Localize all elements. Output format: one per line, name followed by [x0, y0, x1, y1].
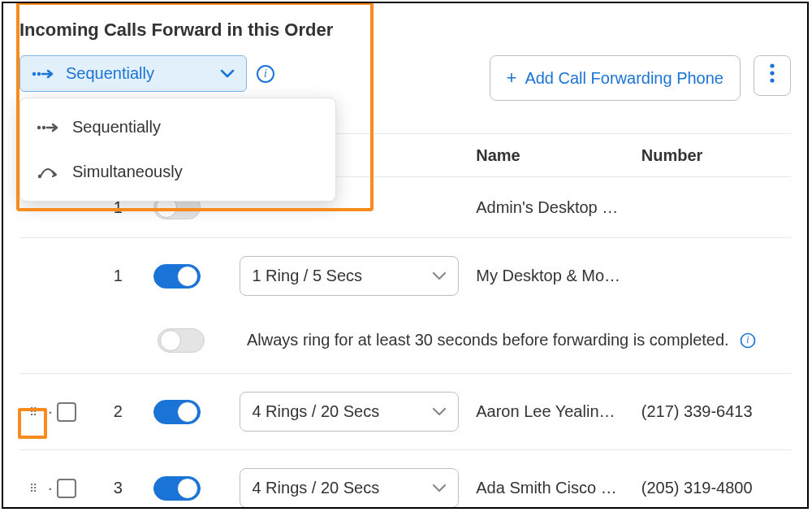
- info-icon[interactable]: i: [740, 332, 755, 348]
- order-cell: 3: [83, 479, 153, 497]
- col-header-name: Name: [476, 146, 641, 165]
- menu-item-label: Simultaneously: [72, 163, 183, 181]
- number-cell: (217) 339-6413: [641, 402, 791, 421]
- chevron-down-icon: [432, 267, 447, 285]
- forward-mode-label: Sequentially: [66, 64, 209, 83]
- row-checkbox[interactable]: [57, 479, 76, 498]
- forward-mode-option-sequentially[interactable]: Sequentially: [20, 105, 335, 150]
- forward-mode-option-simultaneously[interactable]: Simultaneously: [20, 150, 335, 194]
- add-call-forwarding-button[interactable]: + Add Call Forwarding Phone: [490, 55, 741, 101]
- active-toggle[interactable]: [153, 400, 201, 424]
- svg-point-0: [32, 72, 36, 75]
- svg-point-3: [42, 125, 45, 128]
- svg-point-2: [37, 125, 41, 128]
- col-header-number: Number: [641, 146, 791, 165]
- always-ring-toggle[interactable]: [158, 328, 205, 353]
- number-cell: (205) 319-4800: [641, 479, 791, 497]
- ring-duration-value: 4 Rings / 20 Secs: [252, 402, 379, 421]
- name-cell: Aaron Lee Yealin…: [476, 402, 641, 421]
- sequential-icon: [37, 121, 59, 134]
- order-cell: 1: [83, 267, 153, 285]
- active-toggle[interactable]: [153, 264, 201, 289]
- ring-duration-select[interactable]: 1 Ring / 5 Secs: [240, 256, 459, 296]
- name-cell: Ada Smith Cisco …: [476, 479, 641, 497]
- chevron-down-icon: [432, 402, 447, 421]
- row-checkbox[interactable]: [57, 402, 76, 422]
- more-actions-button[interactable]: [754, 55, 791, 96]
- always-ring-row: Always ring for at least 30 seconds befo…: [19, 314, 791, 374]
- name-cell: My Desktop & Mo…: [476, 267, 641, 285]
- chevron-down-icon: [432, 479, 447, 497]
- sequential-icon: [32, 67, 54, 80]
- chevron-down-icon: [220, 64, 235, 83]
- ring-duration-value: 1 Ring / 5 Secs: [252, 267, 362, 285]
- svg-point-6: [770, 71, 774, 75]
- table-row: ⠿ 2 4 Rings / 20 Secs Aaron Lee Yealin… …: [19, 374, 791, 450]
- ring-duration-value: 4 Rings / 20 Secs: [252, 479, 379, 497]
- info-icon[interactable]: i: [257, 65, 274, 83]
- svg-point-7: [770, 78, 774, 82]
- active-toggle[interactable]: [153, 476, 201, 501]
- table-row: ⠿ 3 4 Rings / 20 Secs Ada Smith Cisco … …: [19, 450, 791, 509]
- order-cell: 2: [83, 402, 153, 421]
- menu-item-label: Sequentially: [72, 118, 161, 137]
- page-title: Incoming Calls Forward in this Order: [19, 20, 791, 41]
- drag-handle[interactable]: ⠿: [19, 485, 51, 492]
- always-ring-text: Always ring for at least 30 seconds befo…: [247, 331, 729, 349]
- plus-icon: +: [507, 67, 517, 89]
- drag-handle[interactable]: ⠿: [19, 409, 51, 415]
- svg-point-1: [37, 72, 41, 75]
- svg-point-5: [770, 63, 774, 67]
- ring-duration-select[interactable]: 4 Rings / 20 Secs: [240, 392, 459, 432]
- name-cell: Admin's Desktop …: [476, 198, 641, 217]
- forward-mode-menu: Sequentially Simultaneously: [19, 98, 336, 202]
- table-row: 1 1 Ring / 5 Secs My Desktop & Mo…: [19, 238, 791, 314]
- simultaneous-icon: [37, 165, 59, 180]
- add-button-label: Add Call Forwarding Phone: [525, 69, 723, 88]
- ring-duration-select[interactable]: 4 Rings / 20 Secs: [240, 468, 459, 508]
- kebab-icon: [769, 63, 775, 89]
- forward-mode-dropdown[interactable]: Sequentially: [19, 55, 247, 92]
